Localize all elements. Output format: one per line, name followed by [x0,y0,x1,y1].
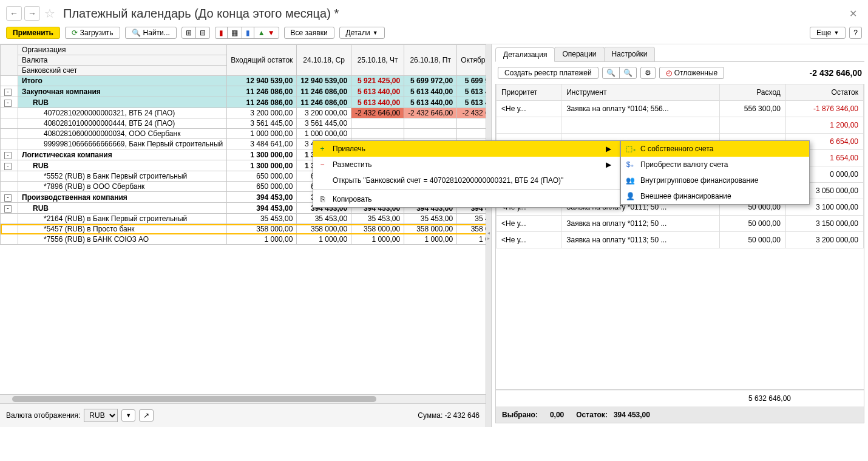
footer-total: 5 632 646,00 [748,394,791,403]
submenu-buy-currency[interactable]: $₊ Приобрести валюту счета [621,157,809,172]
table-row[interactable]: *7556 (RUB) в БАНК СОЮЗ АО1 000,001 000,… [1,234,486,245]
main-toolbar: Применить ⟳Загрузить 🔍Найти... ⊞ ⊟ ▮ ▦ ▮… [0,24,868,44]
list-item[interactable]: <Не у...Заявка на оплату *0104; 556...55… [497,101,864,117]
tab-detail[interactable]: Детализация [495,47,555,62]
table-row[interactable]: *5457 (RUB) в Просто банк358 000,00358 0… [1,224,486,234]
table-row[interactable]: -RUB11 246 086,0011 246 086,005 613 440,… [1,97,486,108]
menu-attract[interactable]: + Привлечь ▶ [313,141,620,157]
all-requests-button[interactable]: Все заявки [284,27,334,39]
list-item[interactable]: <Не у...Заявка на оплату *0112; 50 ...50… [497,216,864,232]
col-org: Организация [18,45,227,55]
chart-button[interactable]: ▮ [242,27,254,39]
table-row[interactable]: 40802810600000000034, ООО Сбербанк1 000 … [1,129,486,139]
col-expense: Расход [720,84,785,101]
col-month: Октябрь 2018 [457,45,486,76]
dollar-plus-icon: $₊ [626,160,634,169]
favorite-button[interactable]: ☆ [42,7,57,20]
table-row[interactable]: 40802810100000000444, ВТБ 24 (ПАО)3 561 … [1,118,486,129]
submenu-external[interactable]: 👤 Внешнее финансирование [621,188,809,204]
page-title: Платежный календарь (До конца этого меся… [63,7,339,21]
balance-footer-value: 394 453,00 [614,411,650,419]
postponed-button[interactable]: ◴ Отложенные [659,67,725,79]
context-menu-attract[interactable]: ⬚₊ С собственного счета $₊ Приобрести ва… [620,140,810,205]
tree-toggle[interactable]: - [4,205,12,213]
list-item[interactable]: <Не у...Заявка на оплату *0113; 50 ...50… [497,232,864,248]
tree-toggle[interactable]: - [4,152,12,159]
currency-dropdown-button[interactable]: ▼ [121,409,135,422]
external-icon: 👤 [626,192,634,200]
view1-button[interactable]: ▮ [215,27,228,39]
submenu-own-account[interactable]: ⬚₊ С собственного счета [621,141,809,157]
intragroup-icon: 👥 [626,176,634,185]
forward-button[interactable]: → [24,6,40,21]
group-collapse-button[interactable]: ⊟ [195,27,210,39]
close-button[interactable]: ✕ [844,8,862,19]
back-button[interactable]: ← [6,6,22,21]
submenu-arrow-icon: ▶ [594,145,611,153]
search-button[interactable]: 🔍 [602,67,620,79]
help-button[interactable]: ? [849,27,862,39]
more-button[interactable]: Еще ▼ [810,27,846,39]
tab-settings[interactable]: Настройки [604,47,656,61]
col-d1: 24.10.18, Ср [297,45,351,76]
account-plus-icon: ⬚₊ [626,145,634,153]
table-row[interactable]: *2164 (RUB) в Банк Первый строительный35… [1,214,486,224]
find-button[interactable]: 🔍Найти... [125,27,177,39]
submenu-arrow-icon: ▶ [594,160,611,169]
tree-toggle[interactable]: - [4,163,12,170]
apply-button[interactable]: Применить [6,27,60,39]
display-currency-select[interactable]: RUB [84,409,118,422]
context-menu-main[interactable]: + Привлечь ▶ − Разместить ▶ Открыть "Бан… [313,140,620,208]
col-currency: Валюта [18,55,227,66]
col-balance: Остаток [785,84,863,101]
load-button[interactable]: ⟳Загрузить [65,27,120,39]
col-instrument: Инструмент [561,84,720,101]
balance-value: -2 432 646,00 [810,68,862,78]
menu-open[interactable]: Открыть "Банковский счет = 4070281020000… [313,172,620,188]
search-clear-button[interactable]: 🔍 [619,67,637,79]
view2-button[interactable]: ▦ [227,27,242,39]
details-button[interactable]: Детали ▼ [339,27,385,39]
submenu-intragroup[interactable]: 👥 Внутригрупповое финансирование [621,172,809,188]
minus-icon: − [318,160,327,169]
col-account: Банковский счет [18,66,227,76]
menu-place[interactable]: − Разместить ▶ [313,157,620,172]
settings-gear-button[interactable]: ⚙ [640,67,656,79]
list-item[interactable]: 1 200,00 [497,117,864,134]
currency-open-button[interactable]: ↗ [139,409,154,422]
copy-icon: ⎘ [318,195,327,203]
col-incoming: Входящий остаток [227,45,297,76]
selected-label: Выбрано: [502,411,538,419]
table-row[interactable]: Итого12 940 539,0012 940 539,005 921 425… [1,76,486,86]
table-row[interactable]: 40702810200000000321, ВТБ 24 (ПАО)3 200 … [1,108,486,118]
tree-toggle[interactable]: - [4,89,12,96]
selected-value: 0,00 [550,411,564,419]
col-priority: Приоритет [497,84,561,101]
create-registry-button[interactable]: Создать реестр платежей [498,67,598,79]
menu-copy[interactable]: ⎘ Копировать [313,191,620,207]
group-expand-button[interactable]: ⊞ [181,27,196,39]
tree-toggle[interactable]: - [4,194,12,202]
splitter[interactable]: ◂▸ [486,44,492,427]
sum-display: Сумма: -2 432 646 [418,411,480,420]
tab-operations[interactable]: Операции [554,47,604,61]
col-d2: 25.10.18, Чт [351,45,404,76]
horizontal-scrollbar[interactable] [0,394,486,403]
tree-toggle[interactable]: - [4,100,12,107]
sort-button[interactable]: ▲▼ [254,27,279,39]
col-d3: 26.10.18, Пт [404,45,457,76]
plus-icon: + [318,145,327,153]
currency-label: Валюта отображения: [6,411,80,420]
table-row[interactable]: -Закупочная компания11 246 086,0011 246 … [1,86,486,97]
balance-label: Остаток: [576,411,608,419]
